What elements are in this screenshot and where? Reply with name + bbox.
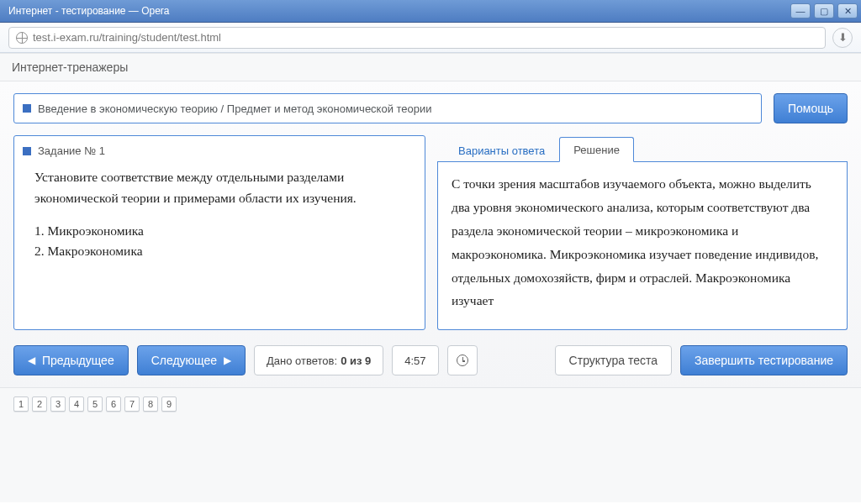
- task-prompt: Установите соответствие между отдельными…: [34, 167, 411, 209]
- chevron-right-icon: ▶: [224, 354, 231, 366]
- answered-value: 0 из 9: [341, 354, 371, 367]
- topic-marker-icon: [23, 104, 31, 113]
- structure-button-label: Структура теста: [569, 354, 658, 367]
- right-column: Варианты ответа Решение С точки зрения м…: [437, 135, 848, 330]
- question-number[interactable]: 9: [161, 396, 177, 412]
- window-title: Интернет - тестирование — Opera: [8, 5, 170, 17]
- minimize-button[interactable]: —: [790, 3, 811, 18]
- tab-answers-label: Варианты ответа: [458, 144, 545, 157]
- tabs: Варианты ответа Решение: [437, 135, 848, 162]
- task-label: Задание № 1: [38, 144, 105, 157]
- task-item: 1. Микроэкономика: [34, 221, 411, 242]
- window-titlebar: Интернет - тестирование — Opera — ▢ ✕: [0, 0, 861, 23]
- content-area: Введение в экономическую теорию / Предме…: [0, 81, 861, 388]
- solution-panel: С точки зрения масштабов изучаемого объе…: [437, 162, 848, 330]
- tab-solution-label: Решение: [573, 144, 620, 156]
- timer-indicator: 4:57: [392, 345, 438, 375]
- topic-text: Введение в экономическую теорию / Предме…: [38, 102, 432, 115]
- task-header: Задание № 1: [14, 136, 425, 162]
- address-bar-area: test.i-exam.ru/training/student/test.htm…: [0, 23, 861, 53]
- clock-button[interactable]: [447, 345, 478, 375]
- question-number[interactable]: 6: [106, 396, 121, 412]
- task-marker-icon: [23, 147, 31, 155]
- prev-button[interactable]: ◀ Предыдущее: [13, 345, 129, 375]
- question-number[interactable]: 1: [13, 396, 29, 412]
- url-text: test.i-exam.ru/training/student/test.htm…: [33, 31, 221, 44]
- help-button[interactable]: Помощь: [774, 93, 848, 123]
- help-button-label: Помощь: [788, 102, 833, 115]
- address-bar[interactable]: test.i-exam.ru/training/student/test.htm…: [8, 27, 826, 49]
- download-icon: ⬇: [838, 31, 848, 44]
- answered-indicator: Дано ответов: 0 из 9: [254, 345, 383, 375]
- question-number-row: 1 2 3 4 5 6 7 8 9: [0, 388, 861, 425]
- prev-button-label: Предыдущее: [42, 354, 114, 367]
- globe-icon: [16, 32, 28, 44]
- question-number[interactable]: 8: [143, 396, 158, 412]
- page: Интернет-тренажеры Введение в экономичес…: [0, 53, 861, 502]
- topic-pill: Введение в экономическую теорию / Предме…: [13, 93, 762, 123]
- task-item: 2. Макроэкономика: [34, 241, 411, 262]
- solution-scroll[interactable]: С точки зрения масштабов изучаемого объе…: [438, 162, 847, 329]
- answered-label: Дано ответов:: [267, 354, 337, 367]
- next-button[interactable]: Следующее ▶: [137, 345, 246, 375]
- timer-value: 4:57: [404, 354, 425, 367]
- question-number[interactable]: 3: [50, 396, 66, 412]
- nav-row: ◀ Предыдущее Следующее ▶ Дано ответов: 0…: [13, 345, 848, 375]
- chevron-left-icon: ◀: [28, 354, 35, 366]
- maximize-button[interactable]: ▢: [814, 3, 834, 18]
- tab-answers[interactable]: Варианты ответа: [444, 138, 559, 162]
- question-number[interactable]: 7: [124, 396, 140, 412]
- task-panel: Задание № 1 Установите соответствие межд…: [13, 135, 425, 330]
- page-title: Интернет-тренажеры: [0, 54, 861, 81]
- finish-button-label: Завершить тестирование: [695, 354, 833, 367]
- tab-solution[interactable]: Решение: [559, 137, 634, 162]
- task-body: Установите соответствие между отдельными…: [14, 162, 425, 274]
- solution-text: С точки зрения масштабов изучаемого объе…: [452, 176, 818, 307]
- close-button[interactable]: ✕: [837, 3, 858, 18]
- downloads-button[interactable]: ⬇: [832, 28, 853, 48]
- next-button-label: Следующее: [151, 354, 217, 367]
- clock-icon: [457, 354, 468, 366]
- window-controls: — ▢ ✕: [790, 3, 858, 18]
- question-number[interactable]: 4: [69, 396, 84, 412]
- topic-row: Введение в экономическую теорию / Предме…: [13, 93, 848, 123]
- question-number[interactable]: 2: [32, 396, 47, 412]
- structure-button[interactable]: Структура теста: [555, 345, 672, 375]
- finish-button[interactable]: Завершить тестирование: [680, 345, 848, 375]
- question-number[interactable]: 5: [87, 396, 103, 412]
- columns: Задание № 1 Установите соответствие межд…: [13, 135, 848, 330]
